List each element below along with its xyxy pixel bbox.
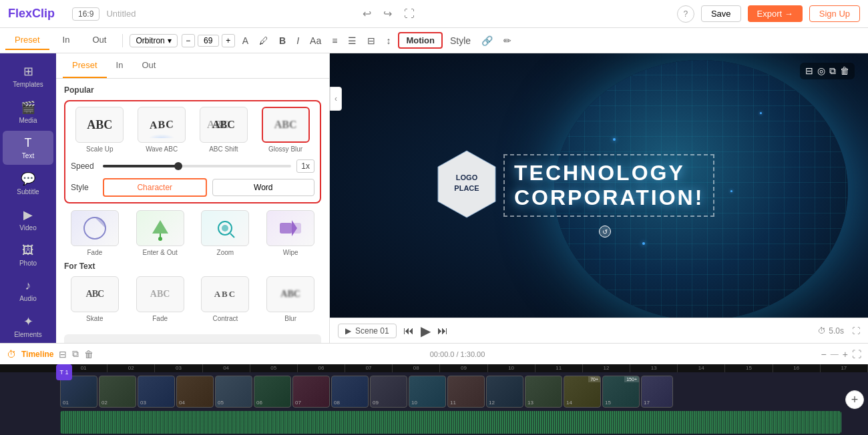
sidebar-item-text[interactable]: T Text: [3, 131, 53, 165]
sidebar-item-photo[interactable]: 🖼 Photo: [3, 238, 53, 272]
zoom-in-icon[interactable]: +: [843, 349, 848, 360]
font-fill-icon[interactable]: 🖊: [256, 33, 272, 48]
table-row[interactable]: 09: [370, 376, 407, 408]
anim-item-contract[interactable]: ABC Contract: [195, 276, 256, 322]
timeline-collapse-icon[interactable]: ⊟: [59, 349, 67, 360]
table-row[interactable]: 17: [641, 376, 673, 408]
motion-button[interactable]: Motion: [398, 32, 443, 49]
preview-icon-layers[interactable]: ◎: [817, 65, 825, 77]
anim-item-fade-text[interactable]: ABC Fade: [130, 276, 191, 322]
sidebar-item-elements[interactable]: ✦ Elements: [3, 309, 53, 343]
table-row[interactable]: 11: [447, 376, 485, 408]
italic-icon[interactable]: I: [293, 33, 302, 48]
anim-item-shift[interactable]: ABC ABC ABC Shift: [195, 107, 253, 153]
align-center-icon[interactable]: ☰: [345, 33, 360, 48]
case-icon[interactable]: Aa: [306, 33, 324, 48]
table-row[interactable]: 02: [99, 376, 136, 408]
preview-icon-copy[interactable]: ⧉: [829, 65, 836, 77]
style-option-character[interactable]: Character: [103, 178, 207, 197]
edit-icon[interactable]: ✏: [500, 33, 515, 48]
elements-icon: ✦: [23, 314, 33, 329]
sidebar-item-subtitle[interactable]: 💬 Subtitle: [3, 166, 53, 201]
add-clip-button[interactable]: +: [845, 390, 864, 409]
table-row[interactable]: 07: [292, 376, 330, 408]
table-row[interactable]: 03: [138, 376, 175, 408]
font-size-decrease[interactable]: −: [182, 34, 195, 47]
style-label[interactable]: Style: [447, 33, 474, 48]
anim-item-zoom[interactable]: Zoom: [195, 210, 256, 256]
sidebar-label-audio: Audio: [19, 295, 37, 302]
undo-icon[interactable]: ↩: [360, 6, 374, 21]
text-icon: T: [25, 136, 32, 150]
anim-item-fade[interactable]: Fade: [64, 210, 126, 256]
table-row[interactable]: 06: [254, 376, 291, 408]
font-size-increase[interactable]: +: [222, 34, 235, 47]
skip-forward-icon[interactable]: ⏭: [437, 325, 448, 337]
align-left-icon[interactable]: ≡: [329, 33, 341, 48]
panel-tab-preset[interactable]: Preset: [63, 53, 107, 78]
font-selector[interactable]: Orbitron ▾: [130, 34, 177, 47]
table-row[interactable]: 15150+: [602, 376, 640, 408]
timeline-delete-icon[interactable]: 🗑: [84, 349, 93, 360]
speed-slider[interactable]: [103, 165, 291, 167]
signup-button[interactable]: Sign Up: [809, 5, 860, 22]
table-row[interactable]: 1470+: [564, 376, 601, 408]
panel-tab-in[interactable]: In: [107, 53, 133, 78]
table-row[interactable]: 12: [486, 376, 523, 408]
timeline-duplicate-icon[interactable]: ⧉: [72, 348, 79, 360]
anim-thumb-blur-text: ABC: [266, 276, 314, 312]
export-button[interactable]: Export →: [748, 5, 803, 22]
line-height-icon[interactable]: ↕: [383, 33, 394, 48]
expand-timeline-icon[interactable]: ⛶: [852, 349, 861, 360]
table-row[interactable]: 13: [525, 376, 562, 408]
rotate-handle[interactable]: ↺: [599, 226, 611, 238]
anim-item-skate[interactable]: ABC Skate: [64, 276, 126, 322]
preview-icon-delete[interactable]: 🗑: [840, 65, 849, 77]
clip-num-04: 04: [203, 364, 250, 372]
table-row[interactable]: 10: [409, 376, 446, 408]
text-spacing-icon[interactable]: ⊟: [364, 33, 379, 48]
save-button[interactable]: Save: [701, 5, 741, 22]
tab-preset[interactable]: Preset: [5, 31, 49, 50]
link-icon[interactable]: 🔗: [478, 33, 496, 48]
tab-out[interactable]: Out: [83, 31, 116, 50]
tab-in[interactable]: In: [53, 31, 79, 50]
title-text[interactable]: Untitled: [106, 9, 353, 19]
sidebar-item-templates[interactable]: ⊞ Templates: [3, 59, 53, 93]
aspect-ratio-selector[interactable]: 16:9: [72, 7, 99, 21]
scene-selector[interactable]: ▶ Scene 01: [338, 324, 397, 338]
zoom-out-icon[interactable]: −: [821, 349, 827, 360]
clip-num-08: 08: [393, 364, 440, 372]
style-option-word[interactable]: Word: [212, 179, 315, 196]
clip-num-12: 12: [583, 364, 630, 372]
font-color-icon[interactable]: A: [239, 33, 252, 48]
anim-item-glossy-blur[interactable]: ABC Glossy Blur: [256, 107, 314, 153]
fullscreen-preview-icon[interactable]: ⛶: [852, 326, 860, 336]
skip-back-icon[interactable]: ⏮: [403, 325, 414, 337]
sidebar-item-video[interactable]: ▶ Video: [3, 202, 53, 237]
sidebar-label-templates: Templates: [13, 81, 43, 88]
anim-item-enter-out[interactable]: Enter & Out: [130, 210, 191, 256]
panel-tab-out[interactable]: Out: [132, 53, 165, 78]
table-row[interactable]: 04: [176, 376, 214, 408]
sidebar-item-media[interactable]: 🎬 Media: [3, 95, 53, 129]
table-row[interactable]: 08: [331, 376, 369, 408]
table-row[interactable]: 05: [215, 376, 252, 408]
anim-item-blur-text[interactable]: ABC Blur: [260, 276, 321, 322]
anim-item-scale-up[interactable]: ABC Scale Up: [71, 107, 129, 153]
play-pause-icon[interactable]: ▶: [421, 323, 431, 339]
photo-icon: 🖼: [22, 244, 34, 258]
table-row[interactable]: 01: [60, 376, 97, 408]
sidebar-item-audio[interactable]: ♪ Audio: [3, 274, 53, 308]
font-size-value[interactable]: 69: [198, 35, 219, 47]
redo-icon[interactable]: ↪: [381, 6, 395, 21]
preview-icon-text[interactable]: ⊟: [805, 65, 813, 77]
anim-label-shift: ABC Shift: [209, 145, 238, 153]
anim-item-wave[interactable]: ABC Wave ABC: [133, 107, 191, 153]
help-button[interactable]: ?: [677, 5, 694, 23]
bold-icon[interactable]: B: [276, 33, 289, 48]
anim-item-wipe[interactable]: Wipe: [260, 210, 321, 256]
fullscreen-icon[interactable]: ⛶: [401, 7, 417, 21]
anim-label-enter-out: Enter & Out: [143, 249, 178, 256]
remove-animation-button[interactable]: Remove Animation: [64, 334, 321, 343]
